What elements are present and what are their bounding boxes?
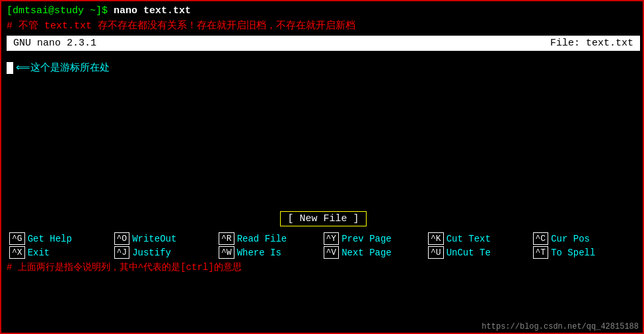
label-prev-page: Prev Page — [341, 234, 392, 244]
new-file-label: [ New File ] — [7, 213, 640, 224]
label-next-page: Next Page — [341, 248, 392, 258]
bottom-url: https://blog.csdn.net/qq_42815188 — [482, 322, 639, 331]
nano-version: GNU nano 2.3.1 — [13, 38, 96, 49]
nano-header: GNU nano 2.3.1 File: text.txt — [7, 36, 640, 51]
command-text: nano text.txt — [114, 5, 191, 17]
shortcut-where-is: ^W Where Is — [219, 246, 324, 259]
label-exit: Exit — [28, 248, 50, 258]
nano-file: File: text.txt — [550, 38, 633, 49]
new-file-text: [ New File ] — [280, 211, 366, 226]
key-next-page: ^V — [324, 246, 340, 259]
shortcut-to-spell: ^T To Spell — [533, 246, 638, 259]
label-get-help: Get Help — [28, 234, 72, 244]
shortcut-get-help: ^G Get Help — [9, 232, 114, 245]
shortcut-next-page: ^V Next Page — [324, 246, 429, 259]
shortcut-row-2: ^X Exit ^J Justify ^W Where Is ^V Next P… — [7, 246, 640, 259]
key-where-is: ^W — [219, 246, 234, 259]
key-justify: ^J — [114, 246, 130, 259]
shortcut-prev-page: ^Y Prev Page — [324, 232, 429, 245]
cursor-block — [7, 62, 13, 74]
key-cut-text: ^K — [428, 232, 444, 245]
prompt-line: [dmtsai@study ~]$ nano text.txt — [7, 5, 640, 17]
shortcut-writeout: ^O WriteOut — [114, 232, 219, 245]
terminal: [dmtsai@study ~]$ nano text.txt # 不管 tex… — [1, 1, 644, 334]
label-writeout: WriteOut — [132, 234, 176, 244]
key-get-help: ^G — [9, 232, 25, 245]
cursor-annotation: ⟸这个是游标所在处 — [16, 61, 110, 74]
label-uncut: UnCut Te — [447, 248, 491, 258]
label-cur-pos: Cur Pos — [551, 234, 590, 244]
key-exit: ^X — [9, 246, 25, 259]
label-to-spell: To Spell — [551, 248, 595, 258]
shortcut-exit: ^X Exit — [9, 246, 114, 259]
cursor-line: ⟸这个是游标所在处 — [7, 61, 640, 74]
label-where-is: Where Is — [237, 248, 281, 258]
key-cur-pos: ^C — [533, 232, 549, 245]
key-writeout: ^O — [114, 232, 130, 245]
shortcut-cur-pos: ^C Cur Pos — [533, 232, 638, 245]
comment-line1: # 不管 text.txt 存不存在都没有关系！存在就开启旧档，不存在就开启新档 — [7, 19, 640, 32]
label-justify: Justify — [132, 248, 171, 258]
key-to-spell: ^T — [533, 246, 549, 259]
editor-area[interactable]: ⟸这个是游标所在处 — [7, 55, 640, 174]
shortcut-justify: ^J Justify — [114, 246, 219, 259]
shortcut-cut-text: ^K Cut Text — [428, 232, 533, 245]
key-read-file: ^R — [219, 232, 234, 245]
shortcut-read-file: ^R Read File — [219, 232, 324, 245]
prompt-user: [dmtsai@study ~]$ — [7, 5, 108, 17]
key-prev-page: ^Y — [324, 232, 340, 245]
bottom-comment: # 上面两行是指令说明列，其中^代表的是[ctrl]的意思 — [7, 261, 640, 273]
shortcut-uncut: ^U UnCut Te — [428, 246, 533, 259]
key-uncut: ^U — [428, 246, 444, 259]
label-cut-text: Cut Text — [447, 234, 491, 244]
label-read-file: Read File — [237, 234, 287, 244]
shortcut-row-1: ^G Get Help ^O WriteOut ^R Read File ^Y … — [7, 232, 640, 245]
